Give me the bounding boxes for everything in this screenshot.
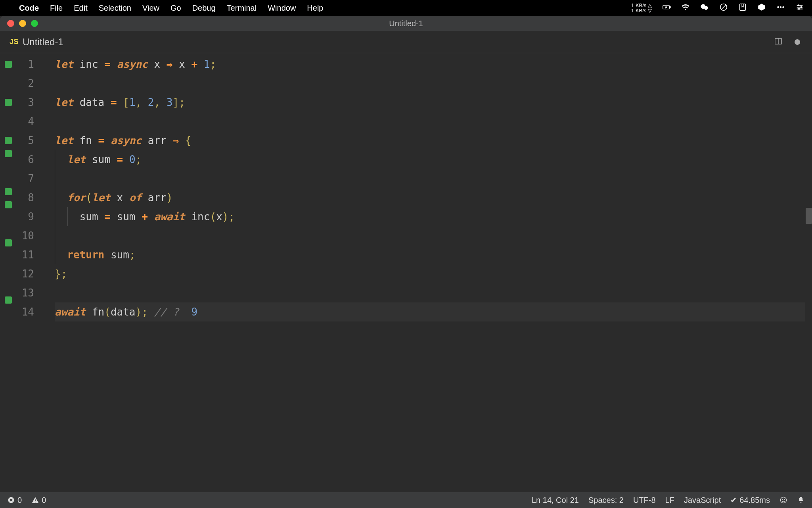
gutter-mark <box>5 239 12 246</box>
line-number: 4 <box>15 112 34 131</box>
code-line[interactable]: sum = sum + await inc(x); <box>55 207 805 226</box>
code-line[interactable]: let data = [1, 2, 3]; <box>55 93 805 112</box>
code-line[interactable] <box>55 169 805 188</box>
code-line[interactable]: let inc = async x ⇒ x + 1; <box>55 55 805 74</box>
more-icon[interactable] <box>776 3 785 13</box>
network-stats-icon: 1 KB/s △ 1 KB/s ▽ <box>631 3 652 13</box>
svg-point-3 <box>704 6 708 10</box>
status-language[interactable]: JavaScript <box>684 496 721 505</box>
gutter-mark <box>5 188 12 195</box>
status-encoding[interactable]: UTF-8 <box>633 496 656 505</box>
box-icon[interactable] <box>757 3 766 13</box>
minimap-slider[interactable] <box>806 208 812 224</box>
dirty-indicator-icon[interactable] <box>795 39 800 45</box>
line-number-gutter: 1234567891011121314 <box>15 53 39 492</box>
svg-point-9 <box>783 6 784 8</box>
bookmark-icon[interactable] <box>738 3 747 13</box>
split-editor-icon[interactable] <box>774 37 783 47</box>
window-titlebar: Untitled-1 <box>0 16 812 31</box>
menubar-appname[interactable]: Code <box>19 4 39 13</box>
status-timing[interactable]: ✔ 64.85ms <box>730 495 770 505</box>
control-center-icon[interactable] <box>795 3 804 13</box>
minimap[interactable] <box>805 53 812 492</box>
menu-window[interactable]: Window <box>268 4 296 13</box>
gutter-mark <box>5 296 12 304</box>
code-line[interactable] <box>55 283 805 302</box>
gutter-mark <box>0 271 15 291</box>
gutter-mark <box>0 163 15 182</box>
svg-point-23 <box>781 497 787 503</box>
status-cursor[interactable]: Ln 14, Col 21 <box>532 496 579 505</box>
code-area[interactable]: let inc = async x ⇒ x + 1;let data = [1,… <box>39 53 805 492</box>
wechat-icon[interactable] <box>700 3 709 13</box>
status-warnings[interactable]: 0 <box>31 496 46 505</box>
tab-untitled-1[interactable]: JS Untitled-1 <box>0 31 73 53</box>
code-line[interactable] <box>55 112 805 131</box>
status-errors[interactable]: 0 <box>7 496 22 505</box>
code-line[interactable]: let fn = async arr ⇒ { <box>55 131 805 150</box>
menu-terminal[interactable]: Terminal <box>227 4 257 13</box>
code-line[interactable] <box>55 226 805 245</box>
tab-bar: JS Untitled-1 <box>0 31 812 53</box>
gutter-mark <box>0 214 15 233</box>
window-zoom-button[interactable] <box>31 20 38 27</box>
line-number: 2 <box>15 74 34 93</box>
editor[interactable]: 1234567891011121314 let inc = async x ⇒ … <box>0 53 812 492</box>
line-number: 11 <box>15 245 34 264</box>
menu-file[interactable]: File <box>50 4 63 13</box>
code-line[interactable] <box>55 74 805 93</box>
code-line[interactable]: for(let x of arr) <box>55 188 805 207</box>
gutter-mark <box>5 137 12 144</box>
line-number: 9 <box>15 207 34 226</box>
line-number: 6 <box>15 150 34 169</box>
menu-view[interactable]: View <box>142 4 159 13</box>
error-icon <box>7 496 15 504</box>
gutter-mark <box>5 201 12 208</box>
status-feedback-icon[interactable] <box>779 496 787 504</box>
menu-edit[interactable]: Edit <box>74 4 87 13</box>
gutter-mark <box>5 150 12 157</box>
line-number: 12 <box>15 264 34 283</box>
svg-rect-6 <box>740 4 746 10</box>
svg-point-24 <box>782 499 783 500</box>
window-close-button[interactable] <box>7 20 14 27</box>
gutter-mark <box>5 61 12 68</box>
status-eol[interactable]: LF <box>665 496 674 505</box>
battery-icon[interactable] <box>662 3 671 13</box>
window-title: Untitled-1 <box>389 19 423 28</box>
line-number: 8 <box>15 188 34 207</box>
menu-selection[interactable]: Selection <box>99 4 131 13</box>
svg-point-25 <box>784 499 785 500</box>
checkmark-icon: ✔ <box>730 495 737 505</box>
menu-debug[interactable]: Debug <box>192 4 216 13</box>
line-number: 7 <box>15 169 34 188</box>
code-line[interactable]: await fn(data); // ? 9 <box>55 302 805 321</box>
line-number: 13 <box>15 283 34 302</box>
gutter-mark <box>5 99 12 106</box>
svg-point-15 <box>798 8 800 10</box>
window-minimize-button[interactable] <box>19 20 26 27</box>
line-number: 14 <box>15 302 34 321</box>
line-number: 1 <box>15 55 34 74</box>
svg-rect-22 <box>35 502 36 502</box>
svg-point-13 <box>798 4 799 6</box>
warning-icon <box>31 496 39 504</box>
code-line[interactable]: let sum = 0; <box>55 150 805 169</box>
wifi-icon[interactable] <box>681 3 690 13</box>
menu-go[interactable]: Go <box>170 4 181 13</box>
line-number: 3 <box>15 93 34 112</box>
do-not-disturb-icon[interactable] <box>719 3 728 13</box>
status-indentation[interactable]: Spaces: 2 <box>588 496 624 505</box>
macos-menubar: Code File Edit Selection View Go Debug T… <box>0 0 812 16</box>
svg-point-14 <box>801 6 802 8</box>
code-line[interactable]: return sum; <box>55 245 805 264</box>
svg-line-5 <box>722 5 726 9</box>
gutter-mark <box>0 112 15 131</box>
js-file-icon: JS <box>10 38 19 46</box>
gutter-mark <box>0 74 15 93</box>
status-bar: 0 0 Ln 14, Col 21 Spaces: 2 UTF-8 LF Jav… <box>0 492 812 508</box>
menu-help[interactable]: Help <box>307 4 323 13</box>
gutter-mark <box>0 252 15 271</box>
code-line[interactable]: }; <box>55 264 805 283</box>
status-bell-icon[interactable] <box>797 496 805 504</box>
